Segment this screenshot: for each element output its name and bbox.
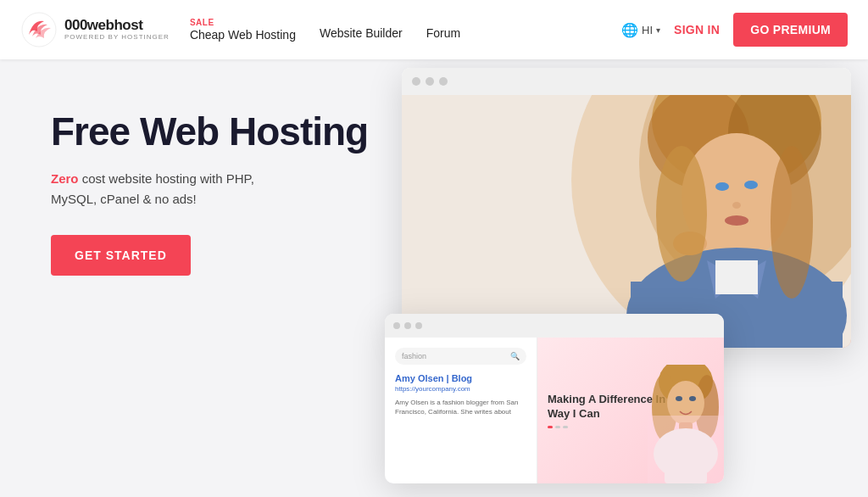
profile-section: fashion 🔍 Amy Olsen | Blog https://yourc…	[385, 338, 537, 483]
browser-main	[402, 68, 851, 348]
search-text: fashion	[402, 352, 426, 360]
nav-right: 🌐 HI ▾ SIGN IN GO PREMIUM	[621, 13, 848, 47]
profile-description: Amy Olsen is a fashion blogger from San …	[395, 398, 526, 416]
go-premium-button[interactable]: GO PREMIUM	[733, 13, 848, 47]
svg-point-19	[771, 146, 813, 299]
browser-bar-main	[402, 68, 851, 95]
nav-sale-group[interactable]: SALE Cheap Web Hosting	[190, 18, 296, 42]
banner-woman-figure	[648, 365, 724, 483]
banner-dot-active	[548, 426, 553, 428]
browser-content-secondary: fashion 🔍 Amy Olsen | Blog https://yourc…	[385, 338, 724, 483]
svg-point-9	[744, 181, 758, 189]
svg-rect-16	[715, 260, 758, 294]
hero-title: Free Web Hosting	[51, 110, 368, 154]
logo-subtitle: POWERED BY HOSTINGER	[64, 34, 170, 42]
browser-bar-secondary	[385, 314, 724, 338]
svg-point-25	[676, 396, 682, 401]
hero-content: Free Web Hosting Zero cost website hosti…	[51, 59, 368, 276]
navbar: 000webhost POWERED BY HOSTINGER SALE Che…	[0, 0, 868, 59]
browser-dot-2	[426, 77, 434, 86]
search-bar-small[interactable]: fashion 🔍	[395, 348, 526, 365]
website-builder-link[interactable]: Website Builder	[320, 18, 403, 40]
svg-point-26	[689, 396, 696, 401]
nav-links: SALE Cheap Web Hosting Website Builder F…	[190, 18, 621, 42]
banner-dot-2	[555, 426, 560, 428]
svg-point-10	[732, 202, 741, 209]
browser-dot-1	[412, 77, 420, 86]
browser-dot-sm-2	[404, 322, 411, 329]
signin-button[interactable]: SIGN IN	[674, 23, 720, 36]
banner-section: Making A Difference In Any Way I Can	[537, 338, 724, 483]
hero-desc-text: cost website hosting with PHP, MySQL, cP…	[51, 171, 254, 206]
logo-text: 000webhost POWERED BY HOSTINGER	[64, 18, 170, 41]
profile-url: https://yourcompany.com	[395, 385, 526, 393]
hero-section: Free Web Hosting Zero cost website hosti…	[0, 59, 868, 497]
browser-content-main	[402, 95, 851, 348]
svg-point-18	[656, 146, 707, 282]
sale-badge: SALE	[190, 18, 296, 28]
forum-link[interactable]: Forum	[426, 18, 460, 40]
cheap-hosting-link[interactable]: Cheap Web Hosting	[190, 28, 296, 42]
logo-icon	[20, 11, 58, 48]
globe-icon: 🌐	[621, 22, 638, 38]
hero-illustration: fashion 🔍 Amy Olsen | Blog https://yourc…	[385, 68, 868, 483]
lang-code: HI	[642, 24, 653, 36]
hero-description: Zero cost website hosting with PHP, MySQ…	[51, 169, 288, 209]
get-started-button[interactable]: GET STARTED	[51, 235, 191, 276]
browser-secondary: fashion 🔍 Amy Olsen | Blog https://yourc…	[385, 314, 724, 483]
logo-name: 000webhost	[64, 18, 170, 34]
profile-name: Amy Olsen | Blog	[395, 373, 526, 383]
svg-point-8	[715, 182, 729, 191]
browser-dot-3	[439, 77, 448, 86]
hero-image-svg	[402, 95, 851, 348]
svg-point-11	[725, 215, 748, 226]
banner-woman-svg	[648, 365, 724, 483]
language-selector[interactable]: 🌐 HI ▾	[621, 22, 660, 38]
hero-desc-highlight: Zero	[51, 171, 79, 186]
browser-dot-sm-1	[393, 322, 400, 329]
logo[interactable]: 000webhost POWERED BY HOSTINGER	[20, 11, 170, 48]
banner-dot-3	[563, 426, 568, 428]
chevron-down-icon: ▾	[656, 25, 660, 35]
browser-dot-sm-3	[415, 322, 422, 329]
svg-rect-30	[648, 416, 724, 483]
